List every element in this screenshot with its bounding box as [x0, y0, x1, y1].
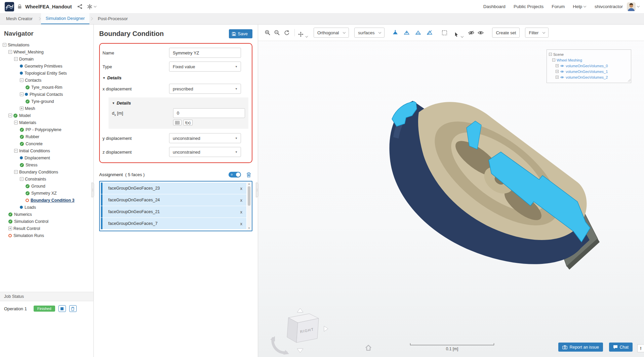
remove-face-button[interactable]: x: [239, 186, 244, 191]
tree-item-wheel-meshing[interactable]: −Wheel_Meshing: [0, 48, 93, 55]
delete-job-button[interactable]: [69, 305, 77, 312]
face-assignment-row[interactable]: faceGroupOnGeoFaces_23x: [101, 183, 246, 194]
topnav-item-dashboard[interactable]: Dashboard: [483, 4, 506, 9]
faces-scrollbar[interactable]: ▲ ▼: [247, 182, 251, 230]
y-displacement-select[interactable]: unconstrained ▼: [169, 133, 241, 143]
chat-button[interactable]: Chat: [609, 343, 633, 352]
view-cube[interactable]: RIGHT: [268, 308, 338, 356]
scene-volume-row[interactable]: +volumeOnGeoVolumes_2: [549, 74, 629, 80]
remove-face-button[interactable]: x: [239, 221, 244, 226]
tree-item-numerics[interactable]: ✓Numerics: [0, 211, 93, 218]
assignment-toggle[interactable]: [229, 172, 241, 177]
cube-up-arrow-icon[interactable]: [297, 308, 303, 312]
collapse-icon[interactable]: −: [20, 177, 24, 181]
tab-simulation-designer[interactable]: Simulation Designer: [41, 13, 89, 24]
face-assignment-row[interactable]: faceGroupOnGeoFaces_7x: [101, 218, 246, 229]
overlay-resize-grip[interactable]: [627, 78, 631, 82]
tab-mesh-creator[interactable]: Mesh Creator: [1, 13, 37, 24]
tree-item-simulations[interactable]: −Simulations: [0, 41, 93, 48]
tree-item-topological-entity-sets[interactable]: Topological Entity Sets: [0, 70, 93, 77]
expand-icon[interactable]: +: [8, 227, 12, 230]
visibility-eye-icon[interactable]: [560, 76, 564, 79]
collapse-icon[interactable]: −: [552, 58, 555, 62]
remove-face-button[interactable]: x: [239, 209, 244, 214]
collapse-icon[interactable]: −: [14, 121, 18, 124]
collapse-icon[interactable]: −: [20, 92, 24, 96]
tree-item-loads[interactable]: Loads: [0, 204, 93, 211]
tab-post-processor[interactable]: Post-Processor: [93, 13, 132, 24]
home-view-icon[interactable]: [365, 345, 372, 352]
scroll-down-icon[interactable]: ▼: [247, 227, 251, 230]
tree-item-physical-contacts[interactable]: −Physical Contacts: [0, 91, 93, 98]
tree-item-domain[interactable]: −Domain: [0, 55, 93, 63]
notification-badge[interactable]: !: [637, 344, 644, 352]
formula-input-button[interactable]: f(x): [183, 120, 193, 125]
collapse-icon[interactable]: −: [14, 170, 18, 174]
tree-item-ground[interactable]: ✓Ground: [0, 183, 93, 190]
expand-icon[interactable]: +: [556, 70, 559, 73]
tree-item-geometry-primitives[interactable]: Geometry Primitives: [0, 63, 93, 70]
tree-item-pp-polypropylene[interactable]: ✓PP - Polypropylene: [0, 126, 93, 133]
scene-volume-row[interactable]: +volumeOnGeoVolumes_0: [549, 63, 629, 69]
settings-gear-icon[interactable]: [87, 4, 96, 9]
cube-down-arrow-icon[interactable]: [297, 349, 303, 353]
tree-item-constraints[interactable]: −Constraints: [0, 175, 93, 183]
collapse-icon[interactable]: −: [14, 57, 18, 61]
collapse-icon[interactable]: −: [8, 50, 12, 54]
expand-icon[interactable]: +: [20, 107, 24, 110]
collapse-icon[interactable]: −: [549, 53, 552, 56]
username[interactable]: shivcontractor: [595, 4, 623, 9]
tree-item-displacement[interactable]: Displacement: [0, 154, 93, 161]
panel-resize-handle[interactable]: ⋮: [256, 183, 258, 197]
tree-item-concrete[interactable]: ✓Concrete: [0, 140, 93, 147]
type-select[interactable]: Fixed value ▼: [169, 62, 241, 72]
topnav-item-public-projects[interactable]: Public Projects: [514, 4, 544, 9]
report-issue-button[interactable]: Report an issue: [558, 343, 603, 352]
viewport-3d[interactable]: Orthogonal surfaces: [258, 25, 644, 357]
collapse-icon[interactable]: −: [14, 149, 18, 153]
visibility-eye-icon[interactable]: [560, 64, 564, 68]
inner-details-toggle[interactable]: ▼ Details: [112, 101, 245, 106]
expand-icon[interactable]: +: [556, 76, 559, 79]
tree-item-model[interactable]: −✓Model: [0, 112, 93, 119]
tree-item-mesh[interactable]: +Mesh: [0, 105, 93, 112]
tree-item-boundary-condition-3[interactable]: Boundary Condition 3: [0, 197, 93, 204]
scroll-thumb[interactable]: [248, 186, 250, 206]
dx-input[interactable]: [173, 108, 245, 118]
share-icon[interactable]: [77, 4, 82, 9]
scroll-up-icon[interactable]: ▲: [247, 182, 251, 186]
collapse-icon[interactable]: −: [8, 114, 12, 117]
user-avatar[interactable]: [627, 2, 636, 11]
topnav-item-forum[interactable]: Forum: [552, 4, 565, 9]
tree-item-tyre-ground[interactable]: ✓Tyre-ground: [0, 98, 93, 105]
tree-item-rubber[interactable]: ✓Rubber: [0, 133, 93, 140]
tree-item-contacts[interactable]: −Contacts: [0, 77, 93, 84]
tree-item-symmetry-xz[interactable]: ✓Symmetry XZ: [0, 190, 93, 197]
panel-resize-handle[interactable]: ⋮: [91, 183, 94, 197]
scene-volume-row[interactable]: +volumeOnGeoVolumes_1: [549, 69, 629, 74]
visibility-eye-icon[interactable]: [560, 70, 564, 73]
expand-icon[interactable]: +: [556, 64, 559, 67]
tree-item-tyre-mount-rim[interactable]: ✓Tyre_mount-Rim: [0, 84, 93, 91]
clear-assignment-trash-icon[interactable]: [246, 172, 251, 177]
face-assignment-row[interactable]: faceGroupOnGeoFaces_24x: [101, 194, 246, 206]
scene-root-row[interactable]: − Scene: [549, 51, 629, 57]
tree-item-initial-conditions[interactable]: −Initial Conditions: [0, 147, 93, 154]
tree-item-boundary-conditions[interactable]: −Boundary Conditions: [0, 168, 93, 175]
remove-face-button[interactable]: x: [239, 198, 244, 203]
table-input-button[interactable]: [173, 120, 182, 125]
name-input[interactable]: [169, 48, 241, 58]
details-section-toggle[interactable]: ▼ Details: [103, 75, 248, 80]
cube-right-arrow-icon[interactable]: [324, 326, 328, 331]
app-logo[interactable]: [5, 2, 14, 11]
tree-item-simulation-control[interactable]: ✓Simulation Control: [0, 218, 93, 225]
scene-mesh-row[interactable]: − Wheel Meshing: [549, 57, 629, 63]
user-menu-caret-icon[interactable]: [637, 5, 640, 7]
topnav-item-help[interactable]: Help: [573, 4, 586, 9]
tree-item-result-control[interactable]: +Result Control: [0, 225, 93, 232]
x-displacement-select[interactable]: prescribed ▼: [169, 84, 241, 94]
tree-item-stress[interactable]: ✓Stress: [0, 161, 93, 168]
face-assignment-row[interactable]: faceGroupOnGeoFaces_21x: [101, 206, 246, 217]
tree-item-materials[interactable]: −Materials: [0, 119, 93, 126]
collapse-icon[interactable]: −: [20, 78, 24, 82]
